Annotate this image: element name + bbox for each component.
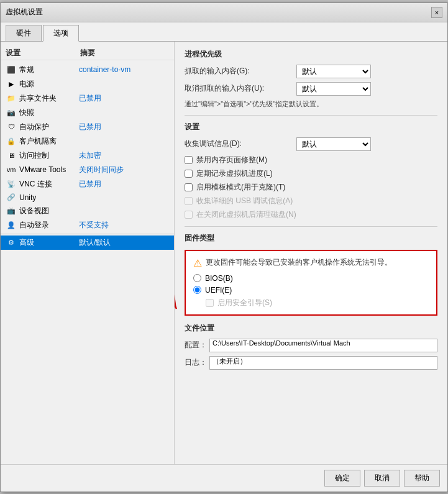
firmware-title: 固件类型	[185, 233, 437, 244]
hint-text: 通过"编辑">"首选项">"优先级"指定默认设置。	[185, 99, 437, 109]
bios-radio-row: BIOS(B)	[193, 274, 429, 283]
cancel-button[interactable]: 取消	[364, 470, 400, 487]
process-priority-title: 进程优先级	[185, 49, 437, 60]
grab-input-select[interactable]: 默认	[296, 65, 371, 78]
sidebar-item-unity[interactable]: 🔗 Unity	[1, 191, 174, 204]
firmware-section: ⚠ 更改固件可能会导致已安装的客户机操作系统无法引导。 BIOS(B) UEFI…	[185, 250, 437, 316]
help-button[interactable]: 帮助	[404, 470, 440, 487]
config-label: 配置：	[185, 340, 209, 350]
power-icon: ▶	[6, 80, 17, 88]
collect-debug-select[interactable]: 默认	[296, 137, 371, 151]
close-button[interactable]: ×	[431, 7, 442, 18]
sidebar-item-device-view[interactable]: 📺 设备视图	[1, 204, 174, 218]
sidebar-item-access-control[interactable]: 🖥 访问控制 未加密	[1, 149, 174, 163]
firmware-warning: ⚠ 更改固件可能会导致已安装的客户机操作系统无法引导。	[193, 257, 429, 269]
header-setting: 设置	[6, 48, 80, 58]
uefi-label: UEFI(E)	[205, 286, 232, 295]
device-view-icon: 📺	[6, 206, 17, 215]
checkbox-memory-trim-input[interactable]	[185, 156, 193, 164]
sidebar-item-auto-protect[interactable]: 🛡 自动保护 已禁用	[1, 120, 174, 134]
vnc-icon: 📡	[6, 180, 17, 188]
collect-debug-row: 收集调试信息(D): 默认	[185, 137, 437, 151]
release-input-label: 取消抓取的输入内容(U):	[185, 83, 296, 94]
sidebar-item-general[interactable]: ⬛ 常规 container-to-vm	[1, 63, 174, 77]
uefi-radio-row: UEFI(E)	[193, 286, 429, 295]
tab-hardware[interactable]: 硬件	[6, 25, 42, 41]
checkbox-usb-debug-input	[185, 197, 193, 205]
sidebar-item-advanced[interactable]: ⚙ 高级 默认/默认	[1, 236, 174, 250]
settings-title: 设置	[185, 122, 437, 132]
divider-2	[185, 226, 437, 227]
config-file-row: 配置： C:\Users\IT-Desktop\Documents\Virtua…	[185, 339, 437, 352]
file-location-section: 文件位置 配置： C:\Users\IT-Desktop\Documents\V…	[185, 323, 437, 370]
sidebar-item-power[interactable]: ▶ 电源	[1, 77, 174, 91]
grab-input-row: 抓取的输入内容(G): 默认	[185, 65, 437, 78]
sidebar-item-shared-folders[interactable]: 📁 共享文件夹 已禁用	[1, 91, 174, 106]
access-control-icon: 🖥	[6, 151, 17, 160]
auto-login-icon: 👤	[6, 221, 17, 229]
sidebar-item-guest-isolation[interactable]: 🔒 客户机隔离	[1, 134, 174, 149]
bios-radio[interactable]	[193, 274, 201, 282]
main-content: 设置 摘要 ⬛ 常规 container-to-vm ▶ 电源 📁 共享文件夹 …	[1, 42, 447, 464]
sidebar-item-vmware-tools[interactable]: vm VMware Tools 关闭时间同步	[1, 163, 174, 177]
guest-isolation-icon: 🔒	[6, 137, 17, 145]
tab-options[interactable]: 选项	[43, 25, 79, 42]
auto-protect-icon: 🛡	[6, 122, 17, 131]
title-bar: 虚拟机设置 ×	[1, 3, 447, 22]
unity-icon: 🔗	[6, 193, 17, 202]
general-icon: ⬛	[6, 65, 17, 74]
left-panel-header: 设置 摘要	[1, 47, 174, 60]
window-title: 虚拟机设置	[6, 7, 43, 17]
firmware-warning-text: 更改固件可能会导致已安装的客户机操作系统无法引导。	[206, 257, 392, 268]
checkbox-template-mode-label: 启用模板模式(用于克隆)(T)	[196, 182, 285, 193]
sidebar-item-auto-login[interactable]: 👤 自动登录 不受支持	[1, 218, 174, 232]
right-panel: 进程优先级 抓取的输入内容(G): 默认 取消抓取的输入内容(U): 默认 通过…	[175, 42, 447, 464]
checkbox-template-mode-input[interactable]	[185, 183, 193, 191]
snapshot-icon: 📷	[6, 108, 17, 117]
vmware-tools-icon: vm	[6, 165, 17, 174]
bios-label: BIOS(B)	[205, 274, 233, 283]
header-summary: 摘要	[80, 48, 169, 58]
checkbox-log-progress-label: 定期记录虚拟机进度(L)	[196, 168, 273, 179]
uefi-radio[interactable]	[193, 286, 201, 294]
divider-1	[185, 115, 437, 116]
collect-debug-label: 收集调试信息(D):	[185, 139, 296, 149]
checkbox-log-progress-input[interactable]	[185, 170, 193, 178]
log-label: 日志：	[185, 357, 209, 368]
config-input: C:\Users\IT-Desktop\Documents\Virtual Ma…	[209, 339, 437, 352]
log-file-row: 日志： （未开启）	[185, 356, 437, 370]
bottom-bar: 确定 取消 帮助	[1, 464, 447, 492]
checkbox-memory-trim: 禁用内存页面修整(M)	[185, 155, 437, 165]
checkbox-usb-debug: 收集详细的 USB 调试信息(A)	[185, 196, 437, 206]
checkbox-template-mode: 启用模板模式(用于克隆)(T)	[185, 182, 437, 193]
checkbox-usb-debug-label: 收集详细的 USB 调试信息(A)	[196, 196, 293, 206]
shared-folders-icon: 📁	[6, 94, 17, 103]
checkbox-cleanup-disk-label: 在关闭此虚拟机后清理磁盘(N)	[196, 209, 296, 220]
ok-button[interactable]: 确定	[324, 470, 360, 487]
virtual-machine-settings-window: 虚拟机设置 × 硬件 选项 设置 摘要 ⬛ 常规 container-to-vm…	[0, 2, 448, 492]
sidebar-item-vnc[interactable]: 📡 VNC 连接 已禁用	[1, 177, 174, 191]
left-panel: 设置 摘要 ⬛ 常规 container-to-vm ▶ 电源 📁 共享文件夹 …	[1, 42, 175, 464]
secure-boot-label: 启用安全引导(S)	[217, 298, 272, 308]
log-input: （未开启）	[209, 356, 437, 370]
checkbox-cleanup-disk: 在关闭此虚拟机后清理磁盘(N)	[185, 209, 437, 220]
release-input-select[interactable]: 默认	[296, 82, 371, 96]
separator	[1, 234, 174, 234]
checkbox-cleanup-disk-input	[185, 211, 193, 219]
checkbox-log-progress: 定期记录虚拟机进度(L)	[185, 168, 437, 179]
secure-boot-checkbox	[206, 299, 214, 307]
checkbox-memory-trim-label: 禁用内存页面修整(M)	[196, 155, 267, 165]
file-location-title: 文件位置	[185, 323, 437, 334]
grab-input-label: 抓取的输入内容(G):	[185, 66, 296, 76]
warning-icon: ⚠	[193, 257, 202, 269]
release-input-row: 取消抓取的输入内容(U): 默认	[185, 82, 437, 96]
sidebar-item-snapshot[interactable]: 📷 快照	[1, 106, 174, 120]
advanced-icon: ⚙	[6, 238, 17, 247]
tabs-bar: 硬件 选项	[1, 22, 447, 42]
secure-boot-row: 启用安全引导(S)	[206, 298, 429, 308]
